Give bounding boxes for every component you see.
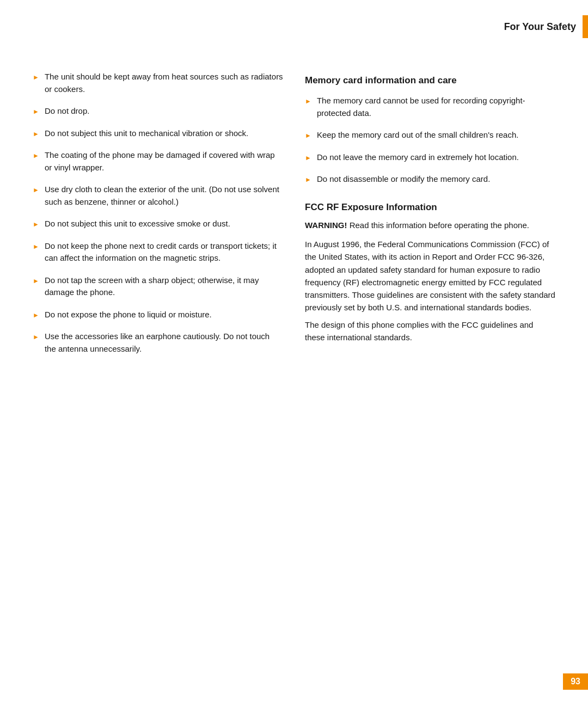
right-column: Memory card information and care ► The m…	[305, 65, 555, 365]
bullet-text: The coating of the phone may be damaged …	[45, 149, 283, 174]
list-item: ► Do not drop.	[33, 105, 283, 118]
bullet-arrow-icon: ►	[33, 72, 39, 82]
left-bullet-list: ► The unit should be kept away from heat…	[33, 71, 283, 355]
fcc-warning-text: Read this information before operating t…	[347, 220, 529, 230]
page-content: ► The unit should be kept away from heat…	[0, 49, 588, 381]
list-item: ► Do not expose the phone to liquid or m…	[33, 309, 283, 321]
bullet-arrow-icon: ►	[33, 129, 39, 139]
bullet-arrow-icon: ►	[33, 107, 39, 117]
bullet-text: Use the accessories like an earphone cau…	[45, 330, 283, 355]
list-item: ► The memory card cannot be used for rec…	[305, 95, 555, 119]
page-header: For Your Safety	[0, 0, 588, 49]
fcc-warning: WARNING! Read this information before op…	[305, 219, 555, 232]
bullet-text: Do not drop.	[45, 105, 90, 118]
bullet-arrow-icon: ►	[305, 175, 311, 185]
list-item: ► Do not tap the screen with a sharp obj…	[33, 274, 283, 299]
left-column: ► The unit should be kept away from heat…	[33, 65, 283, 365]
bullet-text: Do not keep the phone next to credit car…	[45, 240, 283, 265]
memory-bullet-list: ► The memory card cannot be used for rec…	[305, 95, 555, 186]
bullet-text: Do not tap the screen with a sharp objec…	[45, 274, 283, 299]
bullet-arrow-icon: ►	[33, 332, 39, 342]
list-item: ► The coating of the phone may be damage…	[33, 149, 283, 174]
header-title: For Your Safety	[504, 21, 576, 33]
bullet-arrow-icon: ►	[33, 242, 39, 252]
list-item: ► Do not subject this unit to mechanical…	[33, 127, 283, 140]
bullet-text: Do not disassemble or modify the memory …	[317, 173, 490, 186]
bullet-arrow-icon: ►	[33, 151, 39, 161]
fcc-warning-label: WARNING!	[305, 220, 347, 230]
bullet-text: Do not expose the phone to liquid or moi…	[45, 309, 212, 321]
fcc-section-title: FCC RF Exposure Information	[305, 202, 555, 213]
list-item: ► Do not keep the phone next to credit c…	[33, 240, 283, 265]
bullet-text: Do not subject this unit to excessive sm…	[45, 218, 230, 230]
bullet-arrow-icon: ►	[305, 131, 311, 140]
list-item: ► Use the accessories like an earphone c…	[33, 330, 283, 355]
bullet-text: The unit should be kept away from heat s…	[45, 71, 283, 95]
list-item: ► The unit should be kept away from heat…	[33, 71, 283, 95]
fcc-section: FCC RF Exposure Information WARNING! Rea…	[305, 202, 555, 344]
bullet-text: Do not leave the memory card in extremel…	[317, 151, 519, 164]
bullet-arrow-icon: ►	[33, 310, 39, 320]
header-accent-bar	[583, 15, 588, 38]
list-item: ► Use dry cloth to clean the exterior of…	[33, 183, 283, 208]
list-item: ► Do not subject this unit to excessive …	[33, 218, 283, 230]
bullet-arrow-icon: ►	[33, 185, 39, 195]
list-item: ► Do not disassemble or modify the memor…	[305, 173, 555, 186]
page-number: 93	[563, 673, 588, 690]
bullet-arrow-icon: ►	[33, 219, 39, 229]
bullet-arrow-icon: ►	[33, 276, 39, 286]
bullet-text: Do not subject this unit to mechanical v…	[45, 127, 248, 140]
list-item: ► Do not leave the memory card in extrem…	[305, 151, 555, 164]
bullet-arrow-icon: ►	[305, 153, 311, 163]
bullet-arrow-icon: ►	[305, 96, 311, 106]
fcc-body-paragraph1: In August 1996, the Federal Communicatio…	[305, 238, 555, 314]
memory-section-title: Memory card information and care	[305, 75, 555, 86]
memory-section: Memory card information and care ► The m…	[305, 75, 555, 186]
list-item: ► Keep the memory card out of the small …	[305, 129, 555, 142]
bullet-text: The memory card cannot be used for recor…	[317, 95, 555, 119]
fcc-body-paragraph2: The design of this phone complies with t…	[305, 318, 555, 344]
bullet-text: Keep the memory card out of the small ch…	[317, 129, 519, 142]
bullet-text: Use dry cloth to clean the exterior of t…	[45, 183, 283, 208]
page-number-container: 93	[563, 673, 588, 690]
